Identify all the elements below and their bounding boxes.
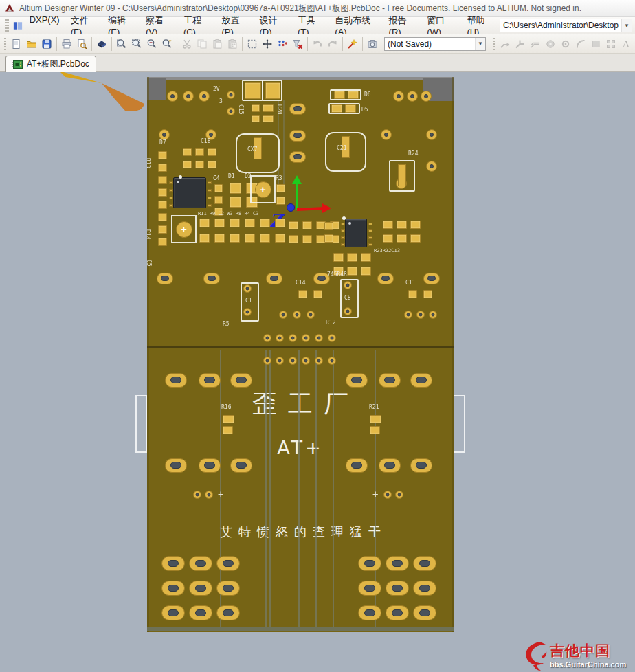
pcb-3d-canvas[interactable]: 歪工厂 AT+ 艾特愤怒的查理猛干 Z ++D7C182V3C15R28D6D5… <box>0 72 635 672</box>
pad-hole <box>204 377 215 383</box>
silkscreen-label: D5 <box>361 107 368 113</box>
paste-button <box>210 36 225 52</box>
select-area-button[interactable] <box>245 36 260 52</box>
print-button[interactable] <box>59 36 74 52</box>
pad-hole <box>318 276 326 281</box>
via-dot <box>342 216 346 220</box>
pad-hole <box>309 313 313 317</box>
silkscreen-label: C8 <box>344 295 351 301</box>
measure-wand-button[interactable] <box>345 36 360 52</box>
zoom-document-button[interactable] <box>114 36 129 52</box>
pad-hole <box>202 94 206 98</box>
chevron-down-icon[interactable]: ▼ <box>621 19 632 32</box>
copy-icon <box>197 38 208 49</box>
diff-pair-route-button <box>528 36 543 52</box>
silkscreen-label: R13 <box>147 158 150 168</box>
move-selection-button[interactable] <box>260 36 275 52</box>
chevron-down-icon[interactable]: ▼ <box>475 38 485 50</box>
through-hole-pad <box>276 357 284 365</box>
smd-pad <box>195 148 204 156</box>
trimmer-pot: + <box>171 215 197 243</box>
through-hole-pad <box>386 581 409 596</box>
through-hole-pad <box>293 311 301 319</box>
smd-pad <box>289 221 298 229</box>
through-hole-pad <box>189 556 212 571</box>
pad-hole <box>223 560 234 567</box>
smd-pad <box>313 290 322 298</box>
pad-hole <box>386 493 390 497</box>
open-document-button[interactable] <box>24 36 39 52</box>
net-combo[interactable]: (Not Saved) ▼ <box>384 37 486 51</box>
ic-pin <box>368 229 372 232</box>
copper-trace <box>283 100 285 184</box>
toolbar-right-group: A <box>498 36 634 52</box>
snapshot-button[interactable] <box>365 36 380 52</box>
pad-hole <box>416 462 427 469</box>
through-hole-pad <box>203 273 220 284</box>
zoom-out-button[interactable] <box>144 36 159 52</box>
silkscreen-label: R24 <box>408 151 418 157</box>
pad-hole <box>208 493 211 497</box>
pad-hole <box>282 313 285 317</box>
paste-icon <box>212 38 223 49</box>
smd-pad <box>223 426 233 434</box>
align-objects-button[interactable] <box>275 36 290 52</box>
clear-filter-button[interactable] <box>290 36 305 52</box>
silkscreen-label: + <box>218 489 223 499</box>
new-document-button[interactable] <box>9 36 24 52</box>
pad-hole <box>223 585 234 592</box>
tab-pcbdoc[interactable]: AT+板图.PcbDoc <box>5 56 96 72</box>
silkscreen-label: R5 <box>223 322 230 327</box>
save-document-button[interactable] <box>39 36 54 52</box>
dxp-icon <box>13 21 23 31</box>
silkscreen-label: C14 <box>296 280 305 286</box>
pad-hole <box>291 337 295 340</box>
print-preview-button[interactable] <box>74 36 89 52</box>
through-hole-pad <box>393 91 404 102</box>
through-hole-pad <box>230 458 252 473</box>
interactive-route-button <box>498 36 513 52</box>
watermark-site: bbs.GuitarChina.com <box>550 660 626 669</box>
smd-pad <box>333 253 344 262</box>
smd-pad <box>214 196 223 204</box>
silkscreen-label: R11 R9 C2 W3 R8 R4 C3 <box>198 212 259 216</box>
svg-text:A: A <box>622 39 630 49</box>
smd-pad <box>183 161 192 168</box>
through-hole-pad <box>383 491 392 499</box>
through-hole-pad <box>423 273 440 284</box>
through-hole-pad <box>205 491 213 499</box>
undo-icon <box>312 38 323 49</box>
smd-pad <box>370 426 380 434</box>
board-junction-highlight <box>147 348 454 348</box>
silkscreen-label: C4 <box>213 176 220 181</box>
silkscreen-outline <box>330 89 361 100</box>
through-hole-pad <box>289 103 306 115</box>
pad-hole <box>293 154 302 159</box>
paste-special-button <box>225 36 240 52</box>
cut-icon <box>181 38 192 49</box>
zoom-selection-button[interactable] <box>159 36 175 52</box>
path-combo[interactable]: C:\Users\Administrator\Desktop ▼ <box>500 19 632 32</box>
ic-pin <box>208 181 212 184</box>
toolbar-gripper[interactable] <box>5 19 9 32</box>
pad-hole <box>419 313 423 317</box>
smd-pad <box>158 213 167 221</box>
smd-pad <box>260 219 270 227</box>
pad-hole <box>278 337 282 340</box>
via-dot <box>179 175 182 179</box>
silkscreen-outline <box>262 80 282 101</box>
zoom-area-button[interactable] <box>129 36 144 52</box>
through-hole-pad <box>165 458 187 473</box>
smd-pad <box>275 234 285 243</box>
toolbar-gripper[interactable] <box>493 38 495 50</box>
smd-pad <box>324 234 333 243</box>
silkscreen-label: C18 <box>201 139 210 144</box>
toolbar-gripper[interactable] <box>4 38 6 50</box>
through-hole-pad <box>346 458 368 473</box>
silkscreen-label: D6 <box>364 92 371 98</box>
pad-hole <box>291 359 295 363</box>
copper-trace <box>315 350 317 627</box>
pad-hole <box>161 276 169 281</box>
through-hole-pad <box>161 605 185 620</box>
board-3d-view-button[interactable] <box>94 36 109 52</box>
